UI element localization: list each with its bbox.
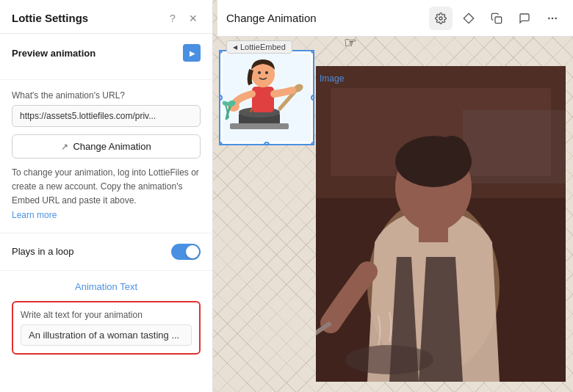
svg-point-0 [439,17,442,20]
loop-label: Plays in a loop [12,246,74,257]
alt-text-label: Write alt text for your animation [21,310,192,320]
svg-point-29 [258,71,261,74]
alt-text-value[interactable]: An illustration of a woman tasting ... [21,324,192,346]
resize-handle-bl[interactable] [219,142,223,145]
svg-point-4 [552,17,554,19]
learn-more-link[interactable]: Learn more [12,210,57,220]
panel-title: Lottie Settings [12,12,88,24]
loop-section: Plays in a loop [0,233,212,271]
resize-handle-bm[interactable] [264,142,270,145]
lottie-embed-badge[interactable]: LottieEmbed [226,40,292,54]
svg-rect-2 [495,17,502,23]
settings-panel: Lottie Settings ? ✕ Preview animation Wh… [0,0,213,392]
resize-handle-tr[interactable] [311,50,314,54]
preview-section-header: Preview animation [12,44,201,62]
external-link-icon: ↗ [61,142,68,152]
svg-point-30 [265,71,268,74]
preview-play-button[interactable] [183,44,201,62]
panel-header-icons: ? ✕ [165,12,201,24]
copy-icon-button[interactable] [485,7,508,30]
toolbar-title: Change Animation [226,12,423,24]
animation-text-title: Animation Text [12,281,201,292]
preview-section: Preview animation [0,34,212,80]
animation-text-section: Animation Text Write alt text for your a… [0,271,212,365]
svg-rect-26 [252,87,274,112]
svg-rect-18 [316,66,566,382]
lottie-widget[interactable] [219,50,314,145]
image-label: Image [320,73,344,84]
panel-header: Lottie Settings ? ✕ [0,0,212,34]
close-icon[interactable]: ✕ [186,12,201,24]
copy-icon [491,12,502,24]
more-icon [547,12,558,24]
preview-title: Preview animation [12,48,96,59]
chat-icon [519,12,530,24]
change-animation-button[interactable]: ↗ Change Animation [12,134,201,159]
chef-illustration [316,66,566,382]
woman-tasting-animation [223,54,311,142]
url-field-label: What's the animation's URL? [12,90,201,101]
toolbar-icons [429,7,564,30]
loop-toggle[interactable] [171,244,201,260]
url-input[interactable] [12,105,201,127]
svg-point-5 [555,17,557,19]
resize-handle-mr[interactable] [311,95,314,101]
svg-rect-23 [230,123,289,129]
gear-icon [435,12,447,24]
help-icon[interactable]: ? [165,12,180,24]
chat-icon-button[interactable] [513,7,536,30]
more-icon-button[interactable] [541,7,564,30]
diamond-icon [463,12,475,24]
svg-marker-1 [464,13,473,23]
diamond-icon-button[interactable] [457,7,480,30]
url-section: What's the animation's URL? ↗ Change Ani… [0,80,212,233]
change-animation-label: Change Animation [73,141,151,152]
alt-text-box: Write alt text for your animation An ill… [12,301,201,355]
info-text: To change your animation, log into Lotti… [12,166,201,222]
toolbar: Change Animation [217,0,573,37]
chef-photo [316,66,566,382]
resize-handle-br[interactable] [311,142,314,145]
svg-point-3 [548,17,550,19]
gear-icon-button[interactable] [429,7,453,30]
